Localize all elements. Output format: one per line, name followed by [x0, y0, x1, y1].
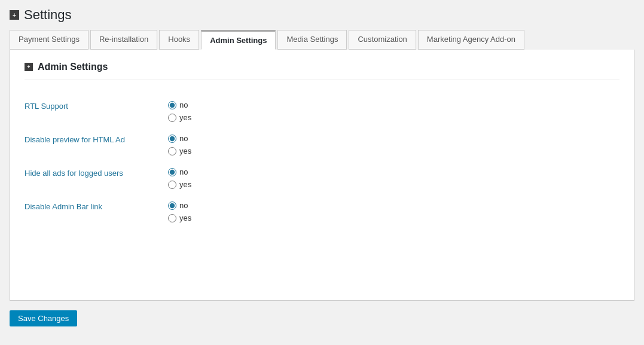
field-rtl-support: no yes: [168, 100, 191, 122]
save-changes-button[interactable]: Save Changes: [10, 310, 77, 326]
page-title: Settings: [24, 7, 72, 23]
main-content: + Admin Settings RTL Support no yes Disa…: [10, 50, 634, 301]
settings-table: RTL Support no yes Disable preview for H…: [25, 94, 619, 228]
radio-label-hide-ads-yes: yes: [179, 180, 191, 189]
radio-label-rtl-no: no: [179, 100, 188, 109]
section-title: Admin Settings: [38, 62, 108, 72]
radio-input-hide-ads-yes[interactable]: [168, 181, 176, 189]
radio-label-preview-yes: yes: [179, 146, 191, 155]
radio-admin-bar-no[interactable]: no: [168, 201, 191, 210]
label-hide-ads: Hide all ads for logged users: [25, 167, 168, 178]
radio-label-rtl-yes: yes: [179, 113, 191, 122]
tab-payment-settings[interactable]: Payment Settings: [10, 30, 88, 50]
tab-re-installation[interactable]: Re-installation: [90, 30, 157, 50]
radio-rtl-no[interactable]: no: [168, 100, 191, 109]
radio-label-hide-ads-no: no: [179, 167, 188, 176]
tab-customization[interactable]: Customization: [349, 30, 416, 50]
settings-row-disable-preview: Disable preview for HTML Ad no yes: [25, 128, 619, 161]
label-rtl-support: RTL Support: [25, 100, 168, 111]
settings-row-hide-ads: Hide all ads for logged users no yes: [25, 161, 619, 195]
radio-label-admin-bar-yes: yes: [179, 213, 191, 222]
label-disable-preview: Disable preview for HTML Ad: [25, 134, 168, 144]
tab-hooks[interactable]: Hooks: [159, 30, 199, 50]
radio-preview-yes[interactable]: yes: [168, 146, 191, 155]
radio-input-admin-bar-yes[interactable]: [168, 214, 176, 222]
label-disable-admin-bar: Disable Admin Bar link: [25, 201, 168, 211]
radio-hide-ads-no[interactable]: no: [168, 167, 191, 176]
radio-input-preview-no[interactable]: [168, 135, 176, 143]
radio-hide-ads-yes[interactable]: yes: [168, 180, 191, 189]
section-icon: +: [25, 63, 33, 71]
radio-input-rtl-yes[interactable]: [168, 114, 176, 122]
radio-input-rtl-no[interactable]: [168, 101, 176, 109]
tab-admin-settings[interactable]: Admin Settings: [201, 30, 276, 50]
field-hide-ads: no yes: [168, 167, 191, 189]
radio-rtl-yes[interactable]: yes: [168, 113, 191, 122]
radio-label-admin-bar-no: no: [179, 201, 188, 210]
radio-preview-no[interactable]: no: [168, 134, 191, 143]
radio-input-hide-ads-no[interactable]: [168, 168, 176, 176]
page-header: + Settings: [0, 0, 644, 23]
field-disable-preview: no yes: [168, 134, 191, 155]
tab-marketing-agency-addon[interactable]: Marketing Agency Add-on: [418, 30, 524, 50]
settings-row-disable-admin-bar: Disable Admin Bar link no yes: [25, 195, 619, 228]
radio-label-preview-no: no: [179, 134, 188, 143]
radio-admin-bar-yes[interactable]: yes: [168, 213, 191, 222]
radio-input-admin-bar-no[interactable]: [168, 201, 176, 210]
radio-input-preview-yes[interactable]: [168, 147, 176, 155]
field-disable-admin-bar: no yes: [168, 201, 191, 222]
tabs-bar: Payment Settings Re-installation Hooks A…: [0, 23, 644, 50]
page-icon: +: [10, 10, 19, 20]
settings-row-rtl-support: RTL Support no yes: [25, 94, 619, 128]
tab-media-settings[interactable]: Media Settings: [277, 30, 347, 50]
footer-area: Save Changes: [0, 301, 644, 336]
section-header: + Admin Settings: [25, 62, 619, 80]
